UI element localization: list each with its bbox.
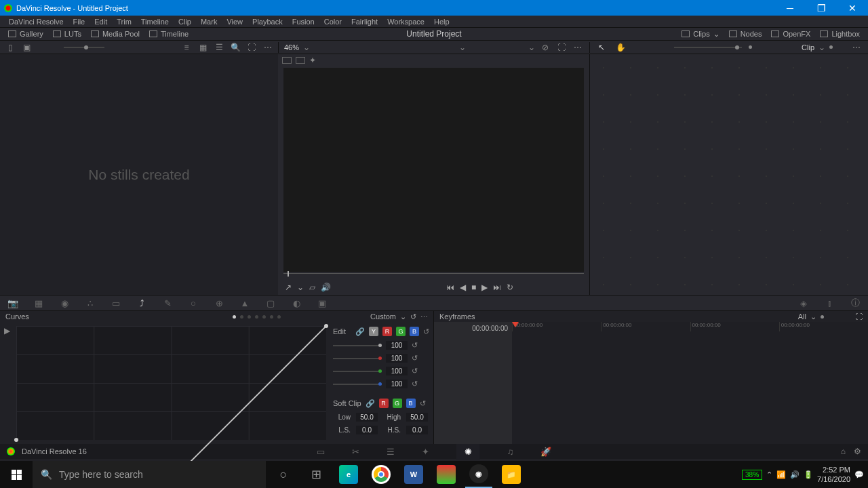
key-icon[interactable]: ◐ [290,298,302,308]
word-app[interactable]: W [400,461,427,488]
edit-page-icon[interactable]: ☰ [387,447,395,457]
chevron-down-icon[interactable]: ⌄ [297,283,304,292]
pointer-icon[interactable]: ↖ [595,42,608,53]
play-icon[interactable]: ▶ [481,283,488,292]
chevron-down-icon[interactable]: ⌄ [303,43,310,52]
tray-chevron-icon[interactable]: ⌃ [766,470,772,479]
pan-hand-icon[interactable]: ✋ [614,42,627,53]
cortana-icon[interactable]: ○ [270,461,297,488]
menu-playback[interactable]: Playback [248,18,288,26]
volume-icon[interactable]: 🔊 [790,470,800,479]
play-reverse-icon[interactable]: ◀ [460,283,466,292]
menu-davinci[interactable]: DaVinci Resolve [4,18,68,26]
cut-page-icon[interactable]: ✂ [352,447,359,457]
list-view-icon[interactable]: ☰ [213,42,225,53]
hs-value[interactable]: 0.0 [406,426,428,434]
unmix-icon[interactable]: ▱ [309,283,315,292]
nodes-toggle[interactable]: Nodes [725,28,766,39]
menu-fusion[interactable]: Fusion [288,18,319,26]
node-graph-panel[interactable] [590,54,868,295]
menu-color[interactable]: Color [319,18,347,26]
high-value[interactable]: 50.0 [406,413,428,422]
split-screen-icon[interactable] [296,57,305,64]
clip-dropdown[interactable]: ⌄ [459,43,466,52]
app-icon[interactable] [433,461,460,488]
lightbox-toggle[interactable]: Lightbox [816,28,864,39]
scopes-icon[interactable]: ⫿ [823,298,835,308]
color-wheels-icon[interactable]: ◉ [58,298,71,308]
search-icon[interactable]: 🔍 [229,42,241,53]
tracker-icon[interactable]: ⊕ [213,298,225,308]
red-value[interactable]: 100 [386,354,408,363]
settings-icon[interactable]: ⚙ [854,447,861,456]
next-clip-icon[interactable]: ⏭ [493,283,501,292]
reset-icon[interactable]: ↺ [420,399,426,408]
explorer-app[interactable]: 📁 [498,461,525,488]
viewer-mode-dropdown[interactable]: ⌄ [528,43,535,52]
deliver-page-icon[interactable]: 🚀 [540,447,551,457]
thumbnail-size-slider[interactable] [64,47,104,48]
wifi-icon[interactable]: 📶 [776,470,786,479]
chevron-down-icon[interactable]: ⌄ [810,312,816,321]
openfx-toggle[interactable]: OpenFX [767,28,814,39]
sizing-icon[interactable]: ▣ [316,298,328,308]
motion-effects-icon[interactable]: ▭ [110,298,122,308]
battery-indicator[interactable]: 38% [742,470,762,480]
gallery-toggle[interactable]: Gallery [4,28,47,39]
fusion-page-icon[interactable]: ✦ [422,447,429,457]
link-icon[interactable]: 🔗 [355,327,365,336]
sort-icon[interactable]: ≡ [180,42,193,53]
curves-icon[interactable]: ⤴ [136,298,148,308]
notifications-icon[interactable]: 💬 [854,470,864,479]
green-value[interactable]: 100 [386,367,408,375]
media-page-icon[interactable]: ▭ [317,447,325,457]
reset-icon[interactable]: ↺ [412,367,418,375]
green-slider[interactable] [333,371,382,372]
menu-edit[interactable]: Edit [90,18,112,26]
start-button[interactable] [0,461,33,488]
chevron-down-icon[interactable]: ⌄ [400,312,406,321]
menu-timeline[interactable]: Timeline [136,18,174,26]
home-icon[interactable]: ⌂ [841,447,846,456]
menu-help[interactable]: Help [429,18,454,26]
curves-mode-dropdown[interactable]: Custom [370,312,396,321]
sc-green-button[interactable]: G [393,399,402,408]
color-match-icon[interactable]: ▦ [33,298,45,308]
node-mode-label[interactable]: Clip [802,43,814,52]
stop-icon[interactable]: ■ [471,283,476,292]
viewer-scrubber[interactable] [283,273,584,280]
minimize-button[interactable]: ─ [774,0,806,16]
camera-raw-icon[interactable]: 📷 [7,298,19,308]
reset-icon[interactable]: ↺ [410,312,416,321]
lum-channel-button[interactable]: Y [369,327,378,336]
viewer-canvas[interactable] [283,68,584,272]
menu-mark[interactable]: Mark [196,18,222,26]
link-icon[interactable]: 🔗 [366,399,375,408]
menu-clip[interactable]: Clip [174,18,196,26]
lum-value[interactable]: 100 [386,341,408,350]
viewer-zoom[interactable]: 46% [284,43,299,52]
menu-file[interactable]: File [68,18,90,26]
power-icon[interactable]: 🔋 [804,470,813,479]
chevron-down-icon[interactable]: ⌄ [818,43,825,52]
low-value[interactable]: 50.0 [356,413,378,422]
maximize-button[interactable]: ❐ [806,0,837,16]
close-button[interactable]: ✕ [837,0,868,16]
rgb-mixer-icon[interactable]: ∴ [84,298,96,308]
fairlight-page-icon[interactable]: ♫ [507,447,514,457]
ls-value[interactable]: 0.0 [356,426,378,434]
image-wipe-icon[interactable] [282,57,292,64]
menu-trim[interactable]: Trim [112,18,136,26]
davinci-app[interactable]: ◉ [465,461,492,488]
expand-icon[interactable]: ⛶ [245,42,258,53]
bypass-icon[interactable]: ⊘ [539,42,551,53]
edge-app[interactable]: e [335,461,362,488]
reset-icon[interactable]: ↺ [412,354,418,363]
taskbar-clock[interactable]: 2:52 PM 7/16/2020 [817,465,850,485]
node-zoom-slider[interactable] [674,47,742,48]
more-icon[interactable]: ⋯ [420,312,428,321]
loop-icon[interactable]: ↻ [507,283,513,292]
taskbar-search[interactable]: 🔍 Type here to search [33,461,266,488]
menu-view[interactable]: View [222,18,248,26]
task-view-icon[interactable]: ⊞ [302,461,330,488]
